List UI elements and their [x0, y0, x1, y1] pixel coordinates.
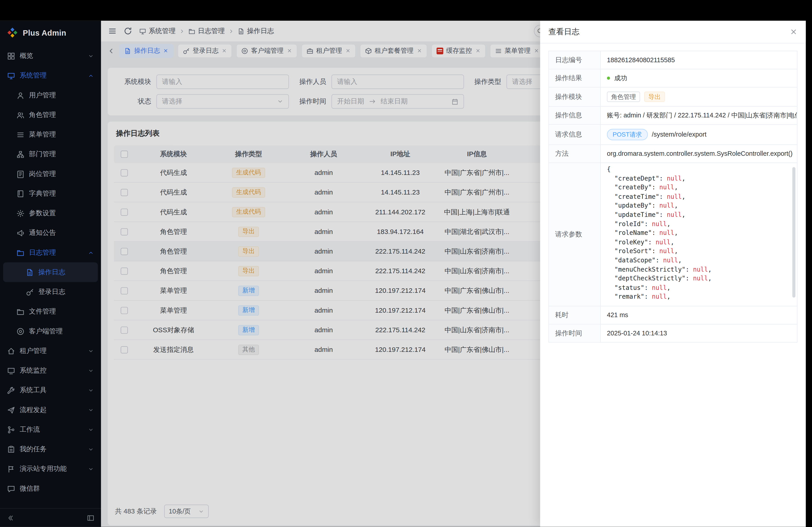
detail-row: 请求参数{ "createDept": null, "createBy": nu… — [549, 163, 797, 306]
success-dot — [607, 77, 610, 80]
close-icon[interactable] — [790, 28, 797, 35]
detail-value: org.dromara.system.controller.system.Sys… — [601, 145, 797, 163]
detail-row: 操作时间2025-01-24 10:14:13 — [549, 325, 797, 342]
detail-label: 耗时 — [549, 306, 601, 324]
detail-label: 操作信息 — [549, 107, 601, 124]
drawer-header: 查看日志 — [540, 21, 806, 44]
detail-label: 请求信息 — [549, 125, 601, 144]
detail-label: 日志编号 — [549, 51, 601, 69]
detail-label: 请求参数 — [549, 163, 601, 306]
detail-value: 1882612840802115585 — [601, 51, 797, 69]
detail-row: 操作模块角色管理导出 — [549, 88, 797, 107]
detail-label: 操作时间 — [549, 325, 601, 342]
detail-value: { "createDept": null, "createBy": null, … — [601, 163, 797, 306]
app-window: Plus Admin 概览系统管理用户管理角色管理菜单管理部门管理岗位管理字典管… — [0, 21, 806, 527]
screen: Plus Admin 概览系统管理用户管理角色管理菜单管理部门管理岗位管理字典管… — [0, 0, 812, 527]
view-log-drawer: 查看日志 日志编号1882612840802115585操作结果成功操作模块角色… — [540, 21, 806, 527]
detail-row: 操作信息账号: admin / 研发部门 / 222.175.114.242 /… — [549, 107, 797, 125]
detail-value: 账号: admin / 研发部门 / 222.175.114.242 / 中国|… — [601, 107, 797, 124]
request-params-json: { "createDept": null, "createBy": null, … — [607, 165, 712, 302]
detail-value: 成功 — [601, 70, 797, 87]
drawer-title: 查看日志 — [548, 27, 579, 37]
detail-row: 请求信息POST请求/system/role/export — [549, 125, 797, 145]
detail-value: 421 ms — [601, 306, 797, 324]
detail-value: 角色管理导出 — [601, 88, 797, 106]
detail-row: 操作结果成功 — [549, 70, 797, 88]
detail-row: 日志编号1882612840802115585 — [549, 51, 797, 69]
module-tag: 角色管理 — [607, 91, 640, 102]
detail-label: 方法 — [549, 145, 601, 163]
code-scrollbar[interactable] — [792, 167, 796, 298]
detail-value: POST请求/system/role/export — [601, 125, 797, 144]
log-detail-table: 日志编号1882612840802115585操作结果成功操作模块角色管理导出操… — [548, 51, 797, 343]
detail-label: 操作模块 — [549, 88, 601, 106]
detail-row: 耗时421 ms — [549, 306, 797, 325]
detail-label: 操作结果 — [549, 70, 601, 87]
http-method-tag: POST请求 — [607, 129, 648, 140]
module-tag: 导出 — [644, 91, 665, 102]
detail-value: 2025-01-24 10:14:13 — [601, 325, 797, 342]
detail-row: 方法org.dromara.system.controller.system.S… — [549, 145, 797, 163]
